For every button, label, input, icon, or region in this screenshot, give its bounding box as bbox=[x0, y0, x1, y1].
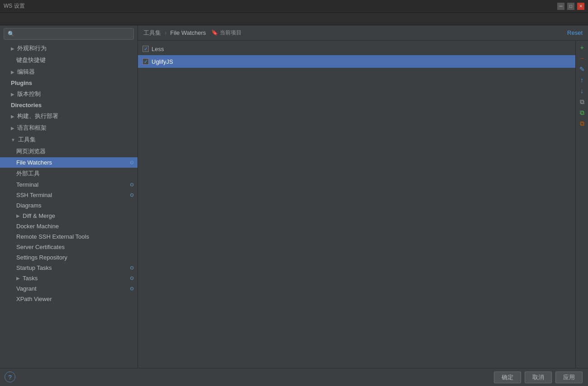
arrow-icon-appearance: ▶ bbox=[11, 46, 14, 51]
content-header: 工具集 › File Watchers 🔖 当前项目 Reset bbox=[138, 25, 588, 41]
sidebar-item-settingsrepo[interactable]: Settings Repository bbox=[0, 252, 138, 263]
breadcrumb-separator: › bbox=[165, 29, 166, 36]
sidebar-label-tools: 工具集 bbox=[18, 136, 36, 144]
sidebar-label-settingsrepo: Settings Repository bbox=[16, 254, 67, 261]
sidebar-modified-icon-filewatcher: ⊙ bbox=[130, 160, 134, 165]
sidebar-item-browser[interactable]: 网页浏览器 bbox=[0, 146, 138, 157]
title-bar-title: WS 设置 bbox=[4, 2, 25, 10]
arrow-icon-diffmerge: ▶ bbox=[16, 213, 20, 218]
sidebar-item-lang[interactable]: ▶语言和框架 bbox=[0, 122, 138, 134]
arrow-icon-lang: ▶ bbox=[11, 126, 14, 131]
arrow-icon-tools: ▼ bbox=[11, 137, 15, 142]
sidebar-item-appearance[interactable]: ▶外观和行为 bbox=[0, 42, 138, 54]
sidebar-item-editor[interactable]: ▶编辑器 bbox=[0, 66, 138, 78]
close-button[interactable]: ✕ bbox=[577, 3, 584, 10]
list-item-uglifyjs[interactable]: UglifyJS bbox=[138, 55, 575, 68]
sidebar-label-xpath: XPath Viewer bbox=[16, 296, 52, 302]
sidebar-item-servercert[interactable]: Server Certificates bbox=[0, 242, 138, 252]
arrow-icon-tasks: ▶ bbox=[16, 276, 20, 281]
add-button[interactable]: + bbox=[577, 42, 587, 52]
sidebar: 🔍 ▶外观和行为键盘快捷键▶编辑器Plugins▶版本控制Directories… bbox=[0, 25, 138, 368]
list-area: LessUglifyJS bbox=[138, 41, 575, 368]
sidebar-item-directories[interactable]: Directories bbox=[0, 100, 138, 110]
copy-button[interactable]: ⧉ bbox=[577, 97, 587, 107]
reset-button[interactable]: Reset bbox=[567, 29, 583, 36]
sidebar-label-filewatcher: File Watchers bbox=[16, 159, 52, 166]
sidebar-label-editor: 编辑器 bbox=[17, 68, 35, 76]
sidebar-label-appearance: 外观和行为 bbox=[17, 44, 47, 52]
search-icon: 🔍 bbox=[8, 31, 14, 37]
copy3-button[interactable]: ⧉ bbox=[577, 118, 587, 128]
bottom-bar: 确定 取消 应用 bbox=[0, 368, 588, 386]
sidebar-label-browser: 网页浏览器 bbox=[16, 147, 46, 155]
sidebar-label-vagrant: Vagrant bbox=[16, 285, 37, 292]
sidebar-item-ssh[interactable]: SSH Terminal⊙ bbox=[0, 190, 138, 200]
title-bar: WS 设置 ─ □ ✕ bbox=[0, 0, 588, 13]
list-items-container: LessUglifyJS bbox=[138, 42, 575, 68]
ok-button[interactable]: 确定 bbox=[494, 372, 521, 383]
sidebar-item-keyboard[interactable]: 键盘快捷键 bbox=[0, 54, 138, 66]
sidebar-label-startup: Startup Tasks bbox=[16, 264, 52, 271]
cancel-button[interactable]: 取消 bbox=[525, 372, 552, 383]
sidebar-label-remotessh: Remote SSH External Tools bbox=[16, 233, 89, 240]
sidebar-label-external: 外部工具 bbox=[16, 169, 40, 178]
sidebar-label-plugins: Plugins bbox=[11, 80, 32, 86]
sidebar-shared-icon-terminal: ⊙ bbox=[130, 182, 134, 188]
search-box[interactable]: 🔍 bbox=[4, 28, 134, 40]
sidebar-item-vcs[interactable]: ▶版本控制 bbox=[0, 88, 138, 100]
sidebar-label-diagrams: Diagrams bbox=[16, 202, 42, 209]
sidebar-label-diffmerge: Diff & Merge bbox=[23, 212, 55, 219]
sidebar-item-startup[interactable]: Startup Tasks⊙ bbox=[0, 263, 138, 273]
sidebar-label-docker: Docker Machine bbox=[16, 223, 59, 230]
sidebar-label-keyboard: 键盘快捷键 bbox=[16, 56, 46, 64]
main-container: 🔍 ▶外观和行为键盘快捷键▶编辑器Plugins▶版本控制Directories… bbox=[0, 25, 588, 368]
help-button[interactable]: ? bbox=[5, 372, 15, 382]
sidebar-item-vagrant[interactable]: Vagrant⊙ bbox=[0, 283, 138, 294]
copy2-button[interactable]: ⧉ bbox=[577, 108, 587, 118]
right-toolbar: + − ✎ ↑ ↓ ⧉ ⧉ ⧉ bbox=[575, 41, 588, 368]
sidebar-item-tools[interactable]: ▼工具集 bbox=[0, 134, 138, 146]
sidebar-item-build[interactable]: ▶构建、执行部署 bbox=[0, 110, 138, 122]
search-input[interactable] bbox=[17, 31, 130, 37]
sidebar-item-remotessh[interactable]: Remote SSH External Tools bbox=[0, 231, 138, 242]
sidebar-item-xpath[interactable]: XPath Viewer bbox=[0, 294, 138, 304]
sidebar-shared-icon-ssh: ⊙ bbox=[130, 192, 134, 198]
scope-label: 当前项目 bbox=[220, 29, 242, 36]
arrow-icon-vcs: ▶ bbox=[11, 92, 14, 97]
title-bar-controls: ─ □ ✕ bbox=[557, 3, 584, 10]
sidebar-item-terminal[interactable]: Terminal⊙ bbox=[0, 179, 138, 190]
breadcrumb-scope: 🔖 当前项目 bbox=[211, 29, 241, 37]
sidebar-list: ▶外观和行为键盘快捷键▶编辑器Plugins▶版本控制Directories▶构… bbox=[0, 42, 138, 304]
checkbox-uglifyjs[interactable] bbox=[142, 58, 149, 65]
sidebar-label-tasks: Tasks bbox=[23, 275, 38, 282]
arrow-icon-build: ▶ bbox=[11, 114, 14, 119]
breadcrumb-tools: 工具集 bbox=[143, 29, 161, 37]
sidebar-label-terminal: Terminal bbox=[16, 181, 38, 188]
maximize-button[interactable]: □ bbox=[567, 3, 574, 10]
sidebar-label-build: 构建、执行部署 bbox=[17, 112, 58, 120]
move-down-button[interactable]: ↓ bbox=[577, 86, 587, 96]
minimize-button[interactable]: ─ bbox=[557, 3, 564, 10]
sidebar-item-filewatcher[interactable]: File Watchers⊙ bbox=[0, 157, 138, 168]
edit-button[interactable]: ✎ bbox=[577, 64, 587, 74]
apply-button[interactable]: 应用 bbox=[555, 372, 583, 383]
checkbox-less[interactable] bbox=[142, 46, 149, 52]
remove-button[interactable]: − bbox=[577, 53, 587, 63]
sidebar-item-tasks[interactable]: ▶Tasks⊙ bbox=[0, 273, 138, 283]
sidebar-item-external[interactable]: 外部工具 bbox=[0, 168, 138, 179]
list-label-uglifyjs: UglifyJS bbox=[152, 58, 173, 65]
sidebar-item-diagrams[interactable]: Diagrams bbox=[0, 200, 138, 211]
tabs-row bbox=[0, 13, 588, 25]
list-label-less: Less bbox=[152, 46, 164, 52]
arrow-icon-editor: ▶ bbox=[11, 70, 14, 75]
sidebar-shared-icon-tasks: ⊙ bbox=[130, 275, 134, 281]
sidebar-shared-icon-vagrant: ⊙ bbox=[130, 286, 134, 292]
sidebar-item-plugins[interactable]: Plugins bbox=[0, 78, 138, 88]
sidebar-item-diffmerge[interactable]: ▶Diff & Merge bbox=[0, 211, 138, 221]
list-item-less[interactable]: Less bbox=[138, 42, 575, 55]
sidebar-item-docker[interactable]: Docker Machine bbox=[0, 221, 138, 231]
sidebar-shared-icon-startup: ⊙ bbox=[130, 265, 134, 271]
move-up-button[interactable]: ↑ bbox=[577, 75, 587, 85]
sidebar-label-lang: 语言和框架 bbox=[17, 124, 47, 132]
sidebar-label-directories: Directories bbox=[11, 102, 42, 108]
